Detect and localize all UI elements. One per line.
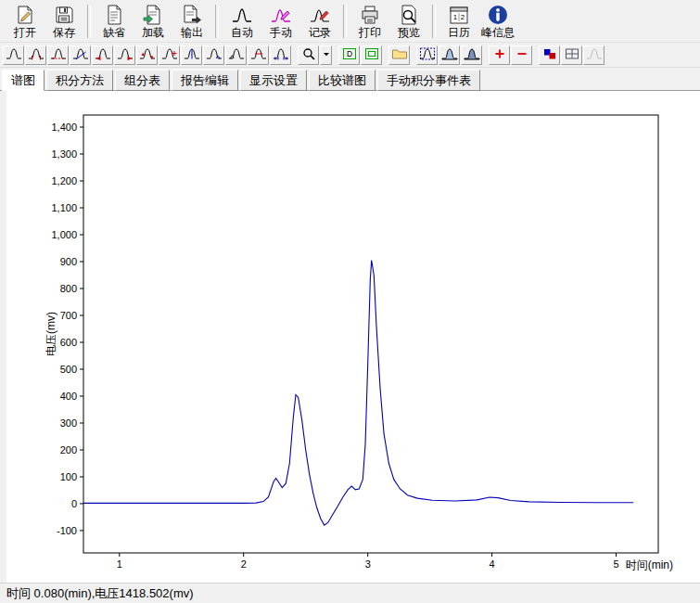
print-preview-button[interactable]: 预览 xyxy=(389,2,428,41)
peak-tangent-skim-button[interactable] xyxy=(70,45,91,65)
doc-load-icon xyxy=(141,3,165,26)
overlay-colors-button[interactable] xyxy=(539,45,560,65)
tab-display-settings[interactable]: 显示设置 xyxy=(240,70,307,91)
peak-right-icon xyxy=(117,47,134,63)
plus-red-icon xyxy=(491,47,508,63)
peak-valley-icon xyxy=(206,47,223,63)
zoom-button[interactable] xyxy=(298,45,319,65)
svg-text:5: 5 xyxy=(613,558,618,570)
svg-text:1: 1 xyxy=(453,13,458,21)
svg-text:1,100: 1,100 xyxy=(51,202,77,213)
peak-half-icon xyxy=(250,47,267,63)
open-button[interactable]: 打开 xyxy=(6,2,45,41)
zoom-dropdown-button[interactable] xyxy=(320,45,332,65)
overlay-shade-icon xyxy=(464,47,480,63)
overlay-fill-icon xyxy=(441,47,458,63)
open-overlay-file-button[interactable] xyxy=(388,45,410,65)
toolbar-separator xyxy=(343,5,347,38)
doc-export-icon xyxy=(180,3,204,26)
tab-manual-integration-events[interactable]: 手动积分事件表 xyxy=(377,70,480,91)
save-button[interactable]: 保存 xyxy=(45,2,83,41)
peak-tangent-icon xyxy=(72,47,89,63)
calendar-label: 日历 xyxy=(448,26,470,40)
tab-chromatogram[interactable]: 谱图 xyxy=(2,70,45,91)
peak-baseline-ticks-button[interactable] xyxy=(270,45,291,65)
svg-text:1,300: 1,300 xyxy=(51,148,77,160)
overlay-fill-button[interactable] xyxy=(439,45,460,65)
peak-shoulder-button[interactable] xyxy=(225,45,247,65)
svg-text:100: 100 xyxy=(60,471,77,482)
zoom-icon xyxy=(300,47,317,63)
peak-marks-icon xyxy=(28,47,45,63)
dropdown-arrow-icon xyxy=(323,47,330,63)
peak-half-width-button[interactable] xyxy=(248,45,269,65)
tab-component-table[interactable]: 组分表 xyxy=(115,70,170,91)
record-button[interactable]: 记录 xyxy=(300,2,339,41)
view-full-icon xyxy=(363,47,380,63)
peak-info-button[interactable]: 峰信息 xyxy=(478,2,517,41)
auto-integrate-button[interactable]: 自动 xyxy=(223,2,261,41)
peak-drop-icon xyxy=(184,47,200,63)
peak-plus-icon xyxy=(161,47,178,63)
status-bar: 时间 0.080(min),电压1418.502(mv) xyxy=(0,583,700,603)
toolbar-separator xyxy=(215,5,219,38)
manual-integrate-label: 手动 xyxy=(270,26,292,40)
peak-move-end-right-button[interactable] xyxy=(114,45,135,65)
view-full-button[interactable] xyxy=(361,45,382,65)
peak-add-button[interactable] xyxy=(159,45,180,65)
open-icon xyxy=(13,3,37,26)
save-label: 保存 xyxy=(53,26,75,40)
peak-move-start-left-button[interactable] xyxy=(92,45,113,65)
chart-panel: -10001002003004005006007008009001,0001,1… xyxy=(6,91,700,583)
auto-peak-icon xyxy=(230,3,254,26)
peak-baseline-dash-button[interactable] xyxy=(47,45,69,65)
svg-text:400: 400 xyxy=(60,391,77,402)
print-label: 打印 xyxy=(359,26,381,40)
print-button[interactable]: 打印 xyxy=(350,2,389,41)
tab-integration-method[interactable]: 积分方法 xyxy=(46,70,113,91)
svg-text:700: 700 xyxy=(60,310,77,321)
tile-view-button[interactable] xyxy=(561,45,582,65)
overlay-remove-button[interactable] xyxy=(511,45,532,65)
overlay-add-button[interactable] xyxy=(489,45,510,65)
peak-start-end-button[interactable] xyxy=(25,45,46,65)
tab-compare-chromatogram[interactable]: 比较谱图 xyxy=(309,70,375,91)
open-label: 打开 xyxy=(14,26,36,40)
view-default-button[interactable]: D xyxy=(338,45,360,65)
manual-integrate-button[interactable]: 手动 xyxy=(261,2,300,41)
peak-info-label: 峰信息 xyxy=(481,26,515,40)
minus-red-icon xyxy=(514,47,530,63)
peak-up-down-markers-button[interactable] xyxy=(136,45,158,65)
calendar-icon: 12 xyxy=(447,3,471,26)
record-peak-icon xyxy=(308,3,332,26)
peak-drop-line-button[interactable] xyxy=(181,45,202,65)
calendar-button[interactable]: 12日历 xyxy=(439,2,478,41)
tab-report-edit[interactable]: 报告编辑 xyxy=(172,70,238,91)
secondary-toolbar: D xyxy=(0,43,700,68)
svg-text:2: 2 xyxy=(241,558,247,570)
manual-peak-icon xyxy=(269,3,293,26)
load-label: 加载 xyxy=(142,26,164,40)
svg-text:600: 600 xyxy=(60,337,77,348)
peak-shoulder-icon xyxy=(228,47,245,63)
svg-text:4: 4 xyxy=(490,558,495,570)
overlay-box-button[interactable] xyxy=(416,45,438,65)
overlay-shade-button[interactable] xyxy=(461,45,482,65)
print-preview-label: 预览 xyxy=(398,26,420,40)
status-text: 时间 0.080(min),电压1418.502(mv) xyxy=(6,586,194,600)
default-button[interactable]: 缺省 xyxy=(95,2,134,41)
svg-text:1,400: 1,400 xyxy=(51,122,77,133)
peak-dash-icon xyxy=(50,47,67,63)
svg-text:1: 1 xyxy=(117,558,122,570)
peak-updown-icon xyxy=(139,47,156,63)
svg-text:3: 3 xyxy=(365,558,371,570)
load-button[interactable]: 加载 xyxy=(134,2,172,41)
peak-plain-icon xyxy=(6,47,22,63)
folder-icon xyxy=(391,47,408,63)
svg-text:D: D xyxy=(346,49,351,58)
chromatogram-chart[interactable]: -10001002003004005006007008009001,0001,1… xyxy=(6,91,693,577)
peak-valley-button[interactable] xyxy=(203,45,224,65)
record-label: 记录 xyxy=(309,26,331,40)
export-button[interactable]: 输出 xyxy=(172,2,211,41)
peak-baseline-button[interactable] xyxy=(3,45,24,65)
